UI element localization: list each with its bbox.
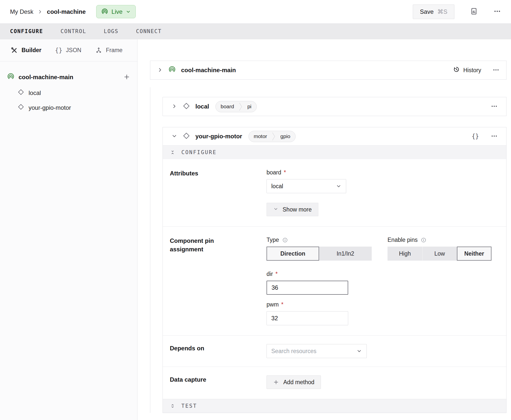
dir-field-label: dir xyxy=(267,271,273,277)
tab-connect[interactable]: CONNECT xyxy=(136,28,162,34)
enable-pins-segmented-control: High Low Neither xyxy=(388,247,491,261)
pin-assignment-fields: Type Direction In1/In2 xyxy=(267,237,499,325)
frame-axis-icon xyxy=(95,47,102,54)
machine-status-live-dropdown[interactable]: Live xyxy=(96,5,136,18)
gpio-motor-card: your-gpio-motor motor gpio {} xyxy=(163,127,506,413)
test-section-toggle[interactable]: TEST xyxy=(163,399,506,413)
enable-pins-label-row: Enable pins xyxy=(388,237,491,243)
local-board-card: local board pi xyxy=(163,97,506,116)
local-card-menu-button[interactable] xyxy=(491,103,498,111)
resource-tree: cool-machine-main local xyxy=(0,61,137,115)
motor-card-menu-button[interactable] xyxy=(491,133,498,140)
enable-pins-toggle-group: Enable pins High Low Neither xyxy=(388,237,491,261)
required-marker: * xyxy=(276,271,278,277)
machine-part-icon xyxy=(168,66,176,74)
chevron-right-icon xyxy=(37,9,43,15)
pin-toggle-groups: Type Direction In1/In2 xyxy=(267,237,499,261)
breadcrumb-parent-link[interactable]: My Desk xyxy=(10,8,33,15)
configure-section-toggle[interactable]: CONFIGURE xyxy=(163,145,506,159)
component-diamond-icon xyxy=(18,103,24,112)
required-marker: * xyxy=(281,301,284,308)
chevron-right-icon xyxy=(157,67,163,74)
top-header: My Desk cool-machine Live Save ⌘S xyxy=(0,0,511,23)
machine-config-page: My Desk cool-machine Live Save ⌘S xyxy=(0,0,511,420)
motor-card-json-button[interactable]: {} xyxy=(472,133,479,140)
breadcrumb: My Desk cool-machine xyxy=(10,8,86,15)
tools-icon xyxy=(11,47,18,54)
collapse-motor-card-button[interactable] xyxy=(171,133,177,140)
gpio-motor-card-header: your-gpio-motor motor gpio {} xyxy=(163,127,506,145)
depends-on-select[interactable]: Search resources xyxy=(267,344,367,358)
view-tab-json-label: JSON xyxy=(66,47,81,54)
tag-model: pi xyxy=(242,101,256,112)
collapse-section-icon xyxy=(170,150,175,155)
tag-divider-chevron xyxy=(239,101,242,112)
tree-node-local[interactable]: local xyxy=(7,85,131,100)
chevron-down-icon xyxy=(356,348,362,354)
part-children: local board pi xyxy=(150,87,506,413)
ellipsis-icon xyxy=(492,66,499,74)
view-tab-builder-label: Builder xyxy=(22,47,41,54)
save-button[interactable]: Save ⌘S xyxy=(413,5,454,19)
ellipsis-icon xyxy=(491,103,498,111)
type-label: Type xyxy=(267,237,279,243)
dir-field-label-row: dir * xyxy=(267,271,499,277)
attributes-fields: board * local xyxy=(267,169,499,216)
ellipsis-icon xyxy=(493,8,501,16)
tree-children: local your-gpio-motor xyxy=(7,85,131,115)
tag-type: board xyxy=(216,101,239,112)
pwm-pin-input[interactable] xyxy=(267,311,348,325)
add-resource-button[interactable] xyxy=(123,73,130,81)
info-icon[interactable] xyxy=(421,237,427,243)
tag-type: motor xyxy=(249,131,272,142)
type-segmented-control: Direction In1/In2 xyxy=(267,247,372,261)
view-tab-frame[interactable]: Frame xyxy=(95,47,122,54)
pwm-field-group: pwm * xyxy=(267,301,499,325)
tab-logs[interactable]: LOGS xyxy=(104,28,118,34)
machine-card-menu-button[interactable] xyxy=(492,66,499,74)
expand-machine-card-button[interactable] xyxy=(157,67,163,74)
board-select[interactable]: local xyxy=(267,179,346,193)
braces-icon: {} xyxy=(55,47,62,54)
board-field-label: board xyxy=(267,169,281,176)
show-more-button[interactable]: Show more xyxy=(267,203,318,216)
machine-metrics-button[interactable] xyxy=(470,7,478,16)
header-more-menu-button[interactable] xyxy=(493,8,501,16)
chevron-right-icon xyxy=(171,103,177,110)
tree-node-your-gpio-motor[interactable]: your-gpio-motor xyxy=(7,100,131,115)
expand-local-card-button[interactable] xyxy=(171,103,177,110)
primary-tab-bar: CONFIGURE CONTROL LOGS CONNECT xyxy=(0,23,511,39)
view-tab-json[interactable]: {} JSON xyxy=(55,47,81,54)
tree-node-machine-part[interactable]: cool-machine-main xyxy=(7,71,131,83)
live-status-label: Live xyxy=(111,8,122,15)
motor-card-title: your-gpio-motor xyxy=(195,133,242,140)
enable-option-high[interactable]: High xyxy=(388,247,422,261)
info-icon[interactable] xyxy=(282,237,288,243)
type-option-direction[interactable]: Direction xyxy=(267,247,319,261)
history-button[interactable]: History xyxy=(453,66,481,74)
view-tab-builder[interactable]: Builder xyxy=(11,47,41,54)
required-marker: * xyxy=(284,169,286,176)
view-tab-frame-label: Frame xyxy=(106,47,122,54)
pin-assignment-heading: Component pin assignment xyxy=(170,237,232,325)
add-method-button[interactable]: Add method xyxy=(267,375,321,389)
dir-field-group: dir * xyxy=(267,271,499,295)
enable-option-neither[interactable]: Neither xyxy=(457,247,491,261)
tab-control[interactable]: CONTROL xyxy=(61,28,86,34)
plus-icon xyxy=(123,73,130,81)
tab-configure[interactable]: CONFIGURE xyxy=(10,28,43,34)
type-option-in1-in2[interactable]: In1/In2 xyxy=(319,247,372,261)
component-diamond-icon xyxy=(183,102,190,111)
history-button-label: History xyxy=(463,67,481,74)
local-card-title: local xyxy=(195,103,209,110)
main-content: cool-machine-main History xyxy=(138,39,511,420)
machine-part-card: cool-machine-main History xyxy=(150,61,506,80)
chevron-down-icon xyxy=(336,183,341,189)
dir-pin-input[interactable] xyxy=(267,281,348,295)
depends-on-placeholder: Search resources xyxy=(271,348,316,355)
board-select-value: local xyxy=(271,183,283,190)
enable-option-low[interactable]: Low xyxy=(422,247,457,261)
history-clock-icon xyxy=(453,66,460,74)
machine-part-icon xyxy=(7,73,15,81)
attributes-row: Attributes board * local xyxy=(163,159,506,226)
